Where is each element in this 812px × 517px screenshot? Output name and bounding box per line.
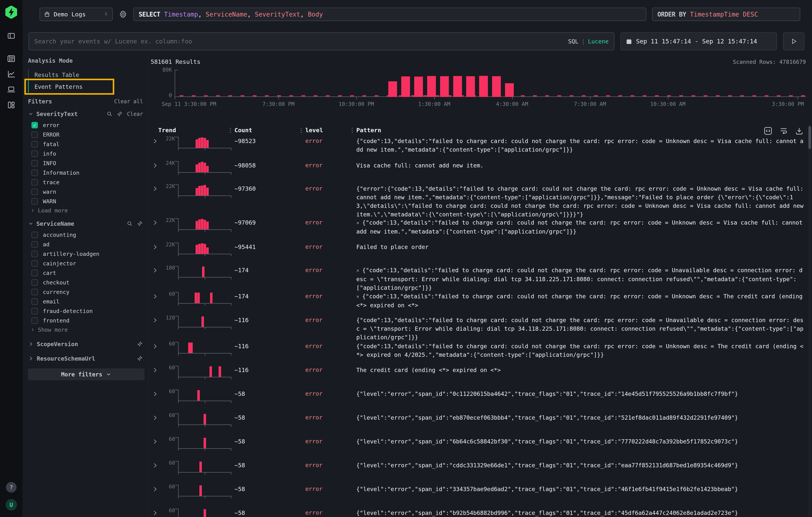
help-button[interactable]: ?: [6, 482, 17, 493]
checkbox-unchecked-icon[interactable]: [31, 150, 38, 157]
date-range-picker[interactable]: Sep 11 15:47:14 - Sep 12 15:47:14: [620, 32, 777, 50]
pattern-row[interactable]: 60~58error{"level":"error","span_id":"b9…: [149, 506, 812, 517]
pin-icon[interactable]: [137, 355, 143, 362]
expand-chevron-icon[interactable]: [152, 343, 158, 349]
pattern-row[interactable]: 60~58error{"level":"error","span_id":"6b…: [149, 435, 812, 459]
select-query-editor[interactable]: SELECT Timestamp, ServiceName, SeverityT…: [133, 8, 646, 21]
pattern-row[interactable]: 180~174error× {"code":13,"details":"fail…: [149, 264, 812, 290]
severity-option-trace[interactable]: trace: [28, 177, 143, 187]
mode-lucene[interactable]: Lucene: [588, 38, 609, 45]
column-header-pattern[interactable]: Pattern: [356, 127, 812, 134]
histogram-bar[interactable]: [492, 76, 501, 97]
pattern-row[interactable]: 22K~98523error{"code":13,"details":"fail…: [149, 135, 812, 159]
service-show-more[interactable]: Show more: [28, 325, 143, 334]
checkbox-unchecked-icon[interactable]: [31, 308, 38, 314]
search-input[interactable]: [34, 38, 563, 45]
resourceschemaurl-section-header[interactable]: ResourceSchemaUrl: [28, 354, 143, 363]
expand-chevron-icon[interactable]: [152, 438, 158, 445]
checkbox-unchecked-icon[interactable]: [31, 260, 38, 267]
checkbox-unchecked-icon[interactable]: [31, 198, 38, 205]
clear-all-button[interactable]: Clear all: [114, 98, 143, 105]
service-option-fraud-detection[interactable]: fraud-detection: [28, 306, 143, 316]
search-icon[interactable]: [107, 111, 113, 117]
service-option-accounting[interactable]: accounting: [28, 230, 143, 240]
column-header-trend[interactable]: Trend: [158, 127, 234, 134]
severity-load-more[interactable]: Load more: [28, 206, 143, 215]
pattern-row[interactable]: 60~116error{"code":13,"details":"failed …: [149, 340, 812, 364]
nav-dashboards-icon[interactable]: [7, 100, 16, 110]
expand-chevron-icon[interactable]: [152, 510, 158, 516]
checkbox-checked-icon[interactable]: ✓: [31, 122, 38, 128]
checkbox-unchecked-icon[interactable]: [31, 251, 38, 257]
histogram-bar[interactable]: [453, 76, 462, 97]
run-query-button[interactable]: [783, 32, 804, 50]
checkbox-unchecked-icon[interactable]: [31, 141, 38, 147]
histogram-bar[interactable]: [479, 76, 488, 97]
search-icon[interactable]: [127, 221, 133, 227]
checkbox-unchecked-icon[interactable]: [31, 132, 38, 138]
nav-logs-icon[interactable]: [7, 54, 16, 63]
pattern-row[interactable]: 60~58error{"level":"error","span_id":"cd…: [149, 459, 812, 483]
histogram-bar[interactable]: [440, 76, 449, 97]
service-option-ad[interactable]: ad: [28, 240, 143, 249]
checkbox-unchecked-icon[interactable]: [31, 279, 38, 286]
pattern-row[interactable]: 120~116error{"code":13,"details":"failed…: [149, 314, 812, 340]
checkbox-unchecked-icon[interactable]: [31, 241, 38, 248]
mode-event-patterns[interactable]: Event Patterns: [28, 81, 113, 93]
app-logo-icon[interactable]: [5, 6, 18, 19]
nav-chart-icon[interactable]: [7, 69, 16, 79]
expand-chevron-icon[interactable]: [152, 414, 158, 421]
pin-icon[interactable]: [137, 341, 143, 347]
service-option-cainjector[interactable]: cainjector: [28, 259, 143, 268]
severity-option-error[interactable]: ✓error: [28, 120, 143, 130]
service-option-email[interactable]: email: [28, 297, 143, 306]
pin-icon[interactable]: [117, 111, 123, 117]
pattern-row[interactable]: 60~58error{"level":"error","span_id":"eb…: [149, 411, 812, 435]
severity-option-ERROR[interactable]: ERROR: [28, 130, 143, 139]
column-header-count[interactable]: Count: [234, 127, 305, 134]
histogram-bar[interactable]: [401, 77, 410, 97]
expand-chevron-icon[interactable]: [152, 138, 158, 144]
pattern-row[interactable]: 24K~98058errorVisa cache full: cannot ad…: [149, 159, 812, 182]
checkbox-unchecked-icon[interactable]: [31, 189, 38, 195]
checkbox-unchecked-icon[interactable]: [31, 298, 38, 305]
expand-chevron-icon[interactable]: [152, 462, 158, 469]
service-option-checkout[interactable]: checkout: [28, 278, 143, 287]
mode-sql[interactable]: SQL: [568, 38, 578, 45]
source-select[interactable]: Demo Logs: [39, 8, 113, 21]
severity-option-INFO[interactable]: INFO: [28, 159, 143, 168]
pattern-row[interactable]: 60~58error{"level":"error","span_id":"33…: [149, 483, 812, 506]
pattern-row[interactable]: 22K~97069error× {"code":13,"details":"fa…: [149, 216, 812, 240]
pin-icon[interactable]: [137, 221, 143, 227]
pattern-row[interactable]: 60~58error{"level":"error","span_id":"0c…: [149, 387, 812, 411]
histogram-bar[interactable]: [414, 77, 423, 97]
expand-chevron-icon[interactable]: [152, 220, 158, 226]
histogram-bar[interactable]: [505, 83, 514, 97]
severity-clear-button[interactable]: Clear: [127, 111, 143, 117]
severity-option-info[interactable]: info: [28, 149, 143, 159]
user-avatar[interactable]: U: [5, 499, 17, 511]
checkbox-unchecked-icon[interactable]: [31, 232, 38, 238]
pattern-row[interactable]: 22K~97360error{"error":{"code":13,"detai…: [149, 182, 812, 216]
histogram-bar[interactable]: [388, 81, 397, 97]
severity-option-Information[interactable]: Information: [28, 168, 143, 177]
checkbox-unchecked-icon[interactable]: [31, 270, 38, 276]
severity-section-header[interactable]: SeverityText Clear: [28, 110, 143, 118]
expand-chevron-icon[interactable]: [152, 244, 158, 250]
service-option-cart[interactable]: cart: [28, 268, 143, 278]
pattern-row[interactable]: 60~174error× {"code":13,"details":"faile…: [149, 290, 812, 314]
service-option-frontend[interactable]: frontend: [28, 316, 143, 325]
checkbox-unchecked-icon[interactable]: [31, 289, 38, 295]
column-header-level[interactable]: level: [305, 127, 356, 134]
expand-chevron-icon[interactable]: [152, 367, 158, 373]
order-by-editor[interactable]: ORDER BY TimestampTime DESC: [652, 8, 800, 21]
severity-option-warn[interactable]: warn: [28, 187, 143, 197]
service-option-currency[interactable]: currency: [28, 287, 143, 297]
severity-option-WARN[interactable]: WARN: [28, 197, 143, 206]
checkbox-unchecked-icon[interactable]: [31, 179, 38, 185]
sidebar-toggle-icon[interactable]: [7, 31, 16, 40]
checkbox-unchecked-icon[interactable]: [31, 170, 38, 176]
service-option-artillery-loadgen[interactable]: artillery-loadgen: [28, 249, 143, 259]
vertical-scrollbar[interactable]: [808, 124, 811, 517]
severity-option-fatal[interactable]: fatal: [28, 139, 143, 149]
